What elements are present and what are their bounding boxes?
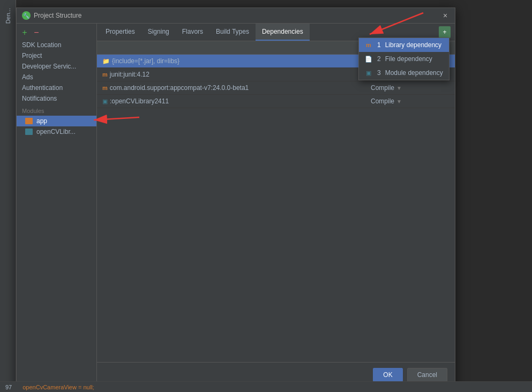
sidebar-item-sdk-location[interactable]: SDK Location bbox=[17, 40, 96, 50]
dep-folder-icon: 📁 bbox=[102, 58, 110, 65]
project-structure-dialog: 🔧 Project Structure × + − SDK Location P… bbox=[16, 7, 455, 388]
status-line-number: 97 bbox=[5, 384, 12, 390]
scope-dropdown-arrow[interactable]: ▼ bbox=[396, 85, 402, 91]
close-button[interactable]: × bbox=[441, 11, 449, 20]
table-row[interactable]: m com.android.support:appcompat-v7:24.0.… bbox=[97, 81, 455, 95]
sidebar-item-project[interactable]: Project bbox=[17, 50, 96, 61]
title-bar-left: 🔧 Project Structure bbox=[22, 11, 81, 20]
dep-name-cell: m junit:junit:4.12 bbox=[97, 68, 365, 81]
dropdown-item-library[interactable]: m 1 Library dependency bbox=[359, 38, 449, 52]
ok-button[interactable]: OK bbox=[373, 368, 402, 382]
dep-scope-cell: Compile ▼ bbox=[365, 81, 455, 95]
status-bar: 97 openCvCameraView = null; bbox=[0, 381, 532, 392]
add-item-button[interactable]: + bbox=[20, 28, 29, 37]
dialog-icon: 🔧 bbox=[22, 11, 31, 20]
sidebar: + − SDK Location Project Developer Servi… bbox=[17, 24, 97, 387]
toolbar-right: + bbox=[439, 26, 453, 38]
sidebar-item-notifications[interactable]: Notifications bbox=[17, 93, 96, 104]
tab-dependencies[interactable]: Dependencies bbox=[256, 24, 310, 41]
dropdown-item-num: 2 bbox=[377, 55, 381, 63]
tab-signing[interactable]: Signing bbox=[141, 24, 176, 41]
dropdown-item-module[interactable]: ▣ 3 Module dependency bbox=[359, 66, 449, 80]
remove-item-button[interactable]: − bbox=[32, 28, 41, 37]
sidebar-item-opencv-lib[interactable]: openCVLibr... bbox=[17, 126, 96, 137]
sidebar-item-app[interactable]: app bbox=[17, 116, 96, 126]
col-dependency bbox=[97, 41, 365, 55]
title-bar: 🔧 Project Structure × bbox=[17, 8, 455, 24]
left-panel-label: Den... bbox=[5, 8, 11, 24]
modules-section-label: Modules bbox=[17, 106, 96, 116]
maven-icon: m bbox=[102, 85, 108, 91]
module-dep-icon: ▣ bbox=[364, 69, 373, 77]
dropdown-item-file[interactable]: 📄 2 File dependency bbox=[359, 52, 449, 66]
dep-name-cell: m com.android.support:appcompat-v7:24.0.… bbox=[97, 81, 365, 95]
add-dependency-button[interactable]: + bbox=[439, 26, 451, 38]
sidebar-toolbar: + − bbox=[17, 26, 96, 40]
dropdown-item-num: 3 bbox=[377, 69, 381, 77]
sidebar-item-ads[interactable]: Ads bbox=[17, 72, 96, 82]
cancel-button[interactable]: Cancel bbox=[407, 368, 447, 382]
dep-name-cell: 📁 {include=[*.jar], dir=libs} bbox=[97, 55, 365, 68]
dialog-title: Project Structure bbox=[34, 12, 81, 19]
sidebar-item-developer-services[interactable]: Developer Servic... bbox=[17, 61, 96, 72]
library-dep-icon: m bbox=[364, 41, 373, 49]
file-dep-icon: 📄 bbox=[364, 55, 373, 63]
dep-scope-cell: Compile ▼ bbox=[365, 95, 455, 108]
dropdown-item-num: 1 bbox=[377, 41, 381, 49]
tab-flavors[interactable]: Flavors bbox=[176, 24, 209, 41]
dep-name-cell: ▣ :openCVLibrary2411 bbox=[97, 95, 365, 108]
module-icon: ▣ bbox=[102, 98, 108, 105]
dependency-type-dropdown: m 1 Library dependency 📄 2 File dependen… bbox=[358, 37, 449, 80]
tab-build-types[interactable]: Build Types bbox=[209, 24, 256, 41]
scope-dropdown-arrow[interactable]: ▼ bbox=[396, 99, 402, 104]
table-row[interactable]: ▣ :openCVLibrary2411 Compile ▼ bbox=[97, 95, 455, 108]
dependencies-table-area: Scope 📁 {include=[*.jar], dir=libs} bbox=[97, 41, 455, 362]
tab-properties[interactable]: Properties bbox=[99, 24, 141, 41]
left-panel: Den... bbox=[0, 0, 16, 392]
app-folder-icon bbox=[25, 118, 33, 124]
sidebar-item-authentication[interactable]: Authentication bbox=[17, 82, 96, 93]
maven-icon: m bbox=[102, 71, 108, 78]
status-code-text: openCvCameraView = null; bbox=[23, 384, 94, 390]
lib-folder-icon bbox=[25, 129, 33, 135]
